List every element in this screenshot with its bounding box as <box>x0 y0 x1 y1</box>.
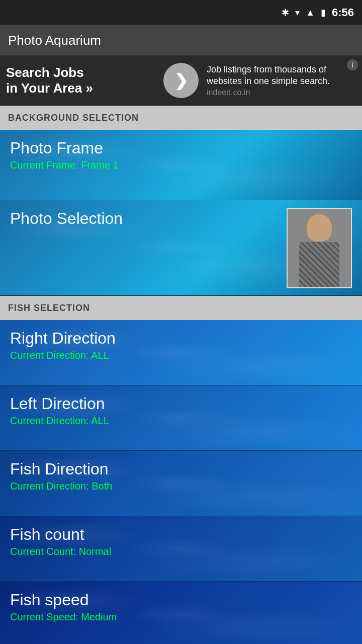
ad-left: Search Jobs in Your Area » <box>6 65 155 96</box>
title-bar: Photo Aquarium <box>0 25 362 55</box>
signal-icon: ▲ <box>306 8 315 18</box>
bluetooth-icon: ✱ <box>282 7 289 18</box>
left-direction-title: Left Direction <box>10 394 352 413</box>
fish-count-item[interactable]: Fish count Current Count: Normal <box>0 516 362 582</box>
fish-section-header: FISH SELECTION <box>0 296 362 320</box>
photo-frame-title: Photo Frame <box>10 139 352 157</box>
photo-selection-item[interactable]: Photo Selection <box>0 200 362 296</box>
ad-search-text: Search Jobs in Your Area » <box>6 65 155 96</box>
photo-thumbnail <box>287 208 352 288</box>
person-face <box>307 214 332 242</box>
ad-description: Job listings from thousands of websites … <box>207 64 356 88</box>
fish-direction-subtitle: Current Direction: Both <box>10 480 352 492</box>
ad-banner[interactable]: Search Jobs in Your Area » ❯ Job listing… <box>0 55 362 106</box>
fish-count-subtitle: Current Count: Normal <box>10 546 352 557</box>
status-time: 6:56 <box>332 6 354 19</box>
ad-info-icon[interactable]: i <box>347 59 358 70</box>
status-bar: ✱ ▾ ▲ ▮ 6:56 <box>0 0 362 25</box>
fish-speed-content: Fish speed Current Speed: Medium <box>0 582 362 632</box>
right-direction-subtitle: Current Direction: ALL <box>10 350 352 361</box>
fish-count-content: Fish count Current Count: Normal <box>0 516 362 567</box>
fish-speed-item[interactable]: Fish speed Current Speed: Medium <box>0 582 362 644</box>
photo-frame-item[interactable]: Photo Frame Current Frame: Frame 1 <box>0 130 362 200</box>
fish-direction-content: Fish Direction Current Direction: Both <box>0 451 362 501</box>
background-section-header: BACKGROUND SELECTION <box>0 106 362 130</box>
right-direction-item[interactable]: Right Direction Current Direction: ALL <box>0 320 362 385</box>
fish-direction-item[interactable]: Fish Direction Current Direction: Both <box>0 451 362 516</box>
battery-icon: ▮ <box>321 7 326 18</box>
fish-speed-title: Fish speed <box>10 591 352 609</box>
ad-source: indeed.co.in <box>207 88 356 97</box>
background-section-label: BACKGROUND SELECTION <box>8 113 139 123</box>
ad-arrow-button[interactable]: ❯ <box>163 63 199 98</box>
fish-direction-title: Fish Direction <box>10 460 352 478</box>
right-direction-content: Right Direction Current Direction: ALL <box>0 320 362 370</box>
left-direction-content: Left Direction Current Direction: ALL <box>0 385 362 436</box>
left-direction-item[interactable]: Left Direction Current Direction: ALL <box>0 385 362 451</box>
ad-right: Job listings from thousands of websites … <box>207 64 356 98</box>
person-shirt <box>299 242 339 287</box>
photo-frame-subtitle: Current Frame: Frame 1 <box>10 159 352 171</box>
left-direction-subtitle: Current Direction: ALL <box>10 415 352 427</box>
wifi-icon: ▾ <box>295 7 300 18</box>
ad-arrow-icon: ❯ <box>174 71 188 90</box>
fish-section-label: FISH SELECTION <box>8 303 90 313</box>
fish-count-title: Fish count <box>10 525 352 544</box>
fish-speed-subtitle: Current Speed: Medium <box>10 611 352 623</box>
right-direction-title: Right Direction <box>10 329 352 348</box>
app-title: Photo Aquarium <box>8 33 101 48</box>
photo-frame-content: Photo Frame Current Frame: Frame 1 <box>0 130 362 180</box>
